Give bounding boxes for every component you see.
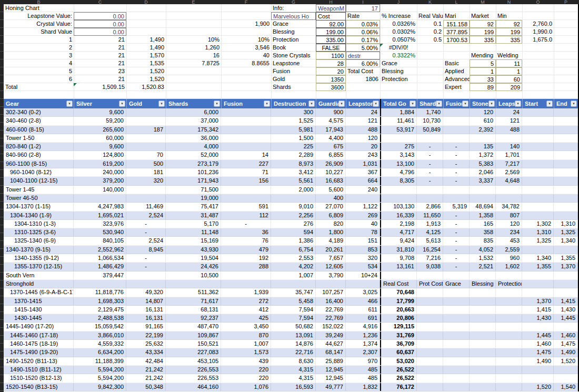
table-cell[interactable]: - (126, 254, 166, 262)
table-cell[interactable]: 156 (221, 177, 271, 185)
table-cell[interactable] (126, 134, 166, 142)
row-label[interactable]: 1430-1445 (4, 314, 74, 322)
table-cell[interactable]: 675 (316, 143, 346, 150)
table-cell[interactable] (126, 194, 166, 202)
cell-C8[interactable]: 21 (74, 59, 126, 67)
table-cell[interactable] (443, 108, 470, 116)
table-cell[interactable]: 323,976 (74, 220, 126, 228)
cell-M3[interactable]: 92 (470, 20, 496, 28)
cell-J8[interactable]: Grace (380, 59, 417, 67)
cell-G4[interactable]: Blessing (271, 28, 316, 36)
cell-A10[interactable]: 6 (4, 75, 74, 83)
table-cell[interactable] (522, 177, 554, 185)
table-cell[interactable] (417, 297, 443, 305)
table-cell[interactable]: - (417, 143, 443, 150)
table-cell[interactable]: - (443, 263, 470, 270)
table-cell[interactable]: 9,708 (380, 254, 417, 262)
table-cell[interactable]: 2,866 (417, 203, 443, 210)
table-cell[interactable] (554, 246, 578, 254)
table-cell[interactable]: 70,648 (380, 288, 417, 296)
table-cell[interactable]: 900 (316, 108, 346, 116)
table-cell[interactable] (522, 288, 554, 296)
table-cell[interactable]: 2,553 (271, 254, 316, 262)
table-cell[interactable]: 275 (380, 143, 417, 150)
cell-N4[interactable]: 199 (496, 28, 522, 36)
column-header-gold[interactable]: Gold▾ (126, 99, 166, 108)
table-cell[interactable]: - (443, 254, 470, 262)
table-cell[interactable]: 4,052 (470, 246, 496, 254)
table-cell[interactable] (74, 280, 126, 288)
table-cell[interactable]: 412 (221, 306, 271, 314)
table-cell[interactable]: 11,188,399 (74, 357, 126, 365)
table-cell[interactable]: 71,500 (166, 186, 221, 194)
table-cell[interactable]: 269 (346, 212, 380, 219)
filter-dropdown-icon[interactable]: ▾ (515, 100, 521, 107)
table-cell[interactable]: 511,362 (166, 288, 221, 296)
table-cell[interactable]: - (443, 177, 470, 185)
table-cell[interactable]: 243 (346, 151, 380, 159)
cell-N9[interactable]: 1 (496, 67, 522, 75)
table-cell[interactable]: 594 (271, 228, 316, 236)
column-header-gear[interactable]: Gear▾ (4, 99, 74, 108)
filter-dropdown-icon[interactable]: ▾ (158, 100, 165, 107)
table-cell[interactable]: 15,169 (166, 237, 221, 245)
table-cell[interactable]: 1,701 (496, 151, 522, 159)
table-cell[interactable]: 31,487 (166, 212, 221, 219)
cell-F7[interactable]: 40 (221, 52, 271, 59)
cell-A3[interactable]: Crystal Value: (4, 20, 74, 28)
table-cell[interactable]: 22,199 (126, 331, 166, 339)
table-cell[interactable]: - (126, 228, 166, 236)
table-cell[interactable]: 2,559 (496, 246, 522, 254)
table-cell[interactable]: 807 (496, 212, 522, 219)
table-cell[interactable]: - (417, 160, 443, 168)
table-cell[interactable] (443, 297, 470, 305)
table-cell[interactable]: 3,025 (346, 288, 380, 296)
table-cell[interactable] (496, 348, 522, 356)
table-cell[interactable]: 1,573 (221, 348, 271, 356)
table-cell[interactable]: 50,849 (417, 126, 443, 134)
table-cell[interactable]: Grace (443, 280, 470, 288)
table-cell[interactable]: 14,807 (126, 297, 166, 305)
cell-C10[interactable]: 21 (74, 75, 126, 83)
table-cell[interactable]: 1,122 (346, 203, 380, 210)
table-cell[interactable] (443, 306, 470, 314)
cell-M8[interactable]: 5 (470, 59, 496, 67)
table-cell[interactable] (443, 340, 470, 348)
table-cell[interactable]: 840,105 (74, 237, 126, 245)
cell-J7[interactable]: 0.3322% (380, 52, 417, 59)
row-label[interactable]: 1310-1325 (3-6) (4, 228, 74, 236)
table-cell[interactable] (346, 194, 380, 202)
row-label[interactable]: 820-840 (1-2) (4, 143, 74, 150)
row-label[interactable]: 1304-1370 (1-15) (4, 203, 74, 210)
table-cell[interactable]: 1,355 (522, 263, 554, 270)
table-cell[interactable]: 76 (221, 237, 271, 245)
row-label[interactable]: 1325-1340 (6-9) (4, 237, 74, 245)
cell-G9[interactable]: Fusion (271, 67, 316, 75)
column-header-shards[interactable]: Shards▾ (417, 99, 443, 108)
column-header-total-go[interactable]: Total Go▾ (380, 99, 417, 108)
table-cell[interactable] (417, 374, 443, 382)
table-cell[interactable]: 1,031 (346, 160, 380, 168)
table-cell[interactable] (522, 246, 554, 254)
table-cell[interactable] (496, 383, 522, 391)
table-cell[interactable]: 853 (346, 246, 380, 254)
table-cell[interactable] (126, 117, 166, 125)
table-cell[interactable]: 2,000 (271, 186, 316, 194)
table-cell[interactable]: 1,340 (522, 254, 554, 262)
table-cell[interactable] (554, 151, 578, 159)
table-cell[interactable]: 273,179 (166, 160, 221, 168)
column-header-start[interactable]: Start▾ (522, 99, 554, 108)
table-cell[interactable]: 48,694 (470, 203, 496, 210)
table-cell[interactable]: 14,876 (271, 340, 316, 348)
table-cell[interactable]: 103,130 (380, 203, 417, 210)
table-cell[interactable]: - (443, 237, 470, 245)
table-cell[interactable]: 11,469 (126, 203, 166, 210)
table-cell[interactable] (74, 194, 126, 202)
cell-F8[interactable]: 8.8655 (221, 59, 271, 67)
cell-L4[interactable]: 377.895 (443, 28, 470, 36)
cell-D11[interactable]: 1,520.83 (126, 83, 166, 91)
table-cell[interactable] (470, 383, 496, 391)
row-label[interactable]: 1370-1445 (6-9-A-B-C-17) (4, 288, 74, 296)
table-cell[interactable]: 12,945 (316, 366, 346, 374)
table-cell[interactable]: 1,325 (522, 237, 554, 245)
